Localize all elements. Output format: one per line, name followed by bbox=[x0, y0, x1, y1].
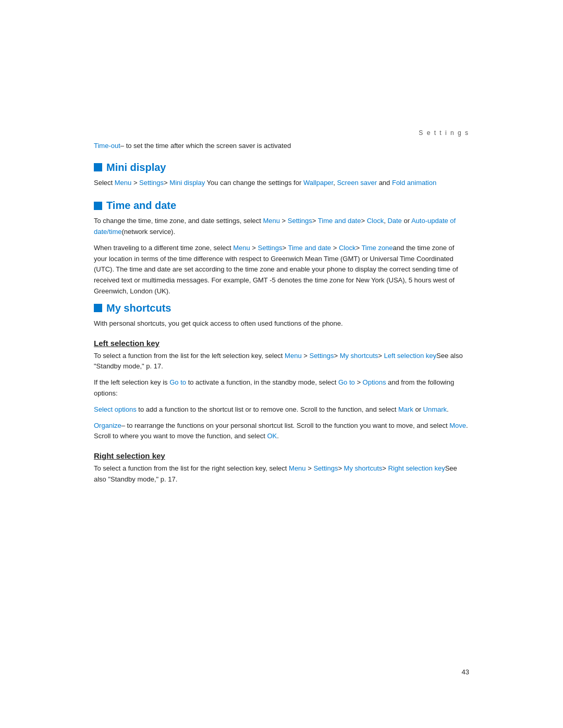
td-p1-settings[interactable]: Settings bbox=[288, 217, 312, 225]
rk-p1-sep1: > bbox=[306, 464, 314, 472]
my-shortcuts-section: My shortcuts With personal shortcuts, yo… bbox=[94, 302, 469, 485]
td-p2-menu[interactable]: Menu bbox=[233, 244, 250, 252]
my-shortcuts-icon bbox=[94, 304, 102, 312]
td-p1-sep2: > bbox=[312, 217, 318, 225]
rk-p1-rightkey[interactable]: Right selection key bbox=[388, 464, 445, 472]
mini-display-minidisplay-link[interactable]: Mini display bbox=[169, 179, 205, 187]
time-date-heading: Time and date bbox=[94, 200, 469, 212]
lk-p1-sep3: > bbox=[378, 352, 384, 360]
lk-p1-settings[interactable]: Settings bbox=[309, 352, 334, 360]
mini-display-heading: Mini display bbox=[94, 162, 469, 174]
td-p2-settings[interactable]: Settings bbox=[258, 244, 282, 252]
content-area: Time-out– to set the time after which th… bbox=[94, 141, 469, 490]
lk-p4-organize[interactable]: Organize bbox=[94, 422, 121, 429]
lk-p2-prefix: If the left selection key is bbox=[94, 378, 169, 386]
rk-p1-prefix: To select a function from the list for t… bbox=[94, 464, 289, 472]
td-p2-sep3: > bbox=[331, 244, 339, 252]
td-p1-prefix: To change the time, time zone, and date … bbox=[94, 217, 263, 225]
time-date-section: Time and date To change the time, time z… bbox=[94, 200, 469, 297]
lk-p4-suffix: . bbox=[277, 432, 279, 440]
lk-p1-shortcuts[interactable]: My shortcuts bbox=[340, 352, 378, 360]
rk-p1-sep2: > bbox=[338, 464, 344, 472]
td-p1-sep3: > bbox=[361, 217, 366, 225]
mini-display-section: Mini display Select Menu > Settings> Min… bbox=[94, 162, 469, 189]
td-p1-sep1: > bbox=[280, 217, 288, 225]
page-number: 43 bbox=[462, 668, 469, 676]
td-p1-or: or bbox=[402, 217, 411, 225]
mini-display-fold-link[interactable]: Fold animation bbox=[392, 179, 436, 187]
lk-p3-or: or bbox=[413, 405, 423, 413]
td-p1-clock[interactable]: Clock bbox=[367, 217, 384, 225]
left-key-para3: Select options to add a function to the … bbox=[94, 404, 469, 415]
left-key-para2: If the left selection key is Go to to ac… bbox=[94, 377, 469, 399]
lk-p1-prefix: To select a function from the list for t… bbox=[94, 352, 285, 360]
lk-p3-middle: to add a function to the shortcut list o… bbox=[137, 405, 398, 413]
mini-display-prefix: Select bbox=[94, 179, 115, 187]
td-p2-sep2: > bbox=[282, 244, 288, 252]
lk-p1-menu[interactable]: Menu bbox=[285, 352, 302, 360]
lk-p2-goto2[interactable]: Go to bbox=[338, 378, 355, 386]
mini-display-menu-link[interactable]: Menu bbox=[115, 179, 132, 187]
lk-p3-unmark[interactable]: Unmark bbox=[423, 405, 447, 413]
left-key-para4: Organize– to rearrange the functions on … bbox=[94, 421, 469, 442]
mini-display-wallpaper-link[interactable]: Wallpaper bbox=[303, 179, 333, 187]
lk-p2-sep4: > bbox=[355, 378, 363, 386]
timeout-section: Time-out– to set the time after which th… bbox=[94, 141, 469, 151]
rk-p1-menu[interactable]: Menu bbox=[289, 464, 306, 472]
lk-p3-select[interactable]: Select options bbox=[94, 405, 137, 413]
lk-p1-leftkey[interactable]: Left selection key bbox=[384, 352, 436, 360]
td-p1-suffix: (network service). bbox=[121, 228, 175, 236]
page-container: S e t t i n g s Time-out– to set the tim… bbox=[0, 0, 563, 728]
td-p2-timezone[interactable]: Time zone bbox=[361, 244, 393, 252]
td-p1-date[interactable]: Date bbox=[387, 217, 401, 225]
time-date-para2: When traveling to a different time zone,… bbox=[94, 243, 469, 297]
right-selection-key-heading: Right selection key bbox=[94, 451, 469, 460]
mini-display-sep2: > bbox=[164, 179, 169, 187]
td-p2-clock[interactable]: Clock bbox=[339, 244, 356, 252]
lk-p4-ok[interactable]: OK bbox=[267, 432, 277, 440]
td-p2-sep1: > bbox=[250, 244, 258, 252]
mini-display-title: Mini display bbox=[106, 162, 166, 174]
my-shortcuts-title: My shortcuts bbox=[106, 302, 171, 314]
lk-p3-mark[interactable]: Mark bbox=[398, 405, 413, 413]
rk-p1-settings[interactable]: Settings bbox=[313, 464, 338, 472]
time-date-title: Time and date bbox=[106, 200, 176, 212]
mini-display-and: and bbox=[377, 179, 392, 187]
left-selection-key-heading: Left selection key bbox=[94, 339, 469, 348]
mini-display-body: Select Menu > Settings> Mini display You… bbox=[94, 178, 469, 189]
timeout-text: – to set the time after which the screen… bbox=[120, 142, 291, 150]
lk-p1-sep2: > bbox=[334, 352, 339, 360]
mini-display-middle: You can change the settings for bbox=[205, 179, 303, 187]
lk-p1-sep1: > bbox=[302, 352, 310, 360]
right-key-para1: To select a function from the list for t… bbox=[94, 463, 469, 485]
mini-display-settings-link[interactable]: Settings bbox=[139, 179, 164, 187]
td-p2-sep4: > bbox=[356, 244, 361, 252]
mini-display-sep1: > bbox=[131, 179, 139, 187]
lk-p4-move[interactable]: Move bbox=[449, 422, 466, 429]
time-date-para1: To change the time, time zone, and date … bbox=[94, 216, 469, 238]
lk-p2-options[interactable]: Options bbox=[363, 378, 386, 386]
td-p2-prefix: When traveling to a different time zone,… bbox=[94, 244, 233, 252]
mini-display-screensaver-link[interactable]: Screen saver bbox=[337, 179, 377, 187]
td-p1-timedate[interactable]: Time and date bbox=[318, 217, 361, 225]
mini-display-icon bbox=[94, 163, 102, 171]
td-p2-timedate[interactable]: Time and date bbox=[288, 244, 331, 252]
my-shortcuts-heading: My shortcuts bbox=[94, 302, 469, 314]
my-shortcuts-intro: With personal shortcuts, you get quick a… bbox=[94, 318, 469, 329]
td-p1-menu[interactable]: Menu bbox=[263, 217, 280, 225]
rk-p1-shortcuts[interactable]: My shortcuts bbox=[344, 464, 383, 472]
lk-p4-middle: – to rearrange the functions on your per… bbox=[121, 422, 449, 429]
timeout-link[interactable]: Time-out bbox=[94, 142, 120, 150]
lk-p3-suffix: . bbox=[447, 405, 449, 413]
settings-label: S e t t i n g s bbox=[419, 129, 469, 137]
lk-p2-goto1[interactable]: Go to bbox=[169, 378, 186, 386]
time-date-icon bbox=[94, 202, 102, 210]
lk-p2-middle: to activate a function, in the standby m… bbox=[186, 378, 338, 386]
left-key-para1: To select a function from the list for t… bbox=[94, 351, 469, 373]
rk-p1-sep3: > bbox=[382, 464, 388, 472]
